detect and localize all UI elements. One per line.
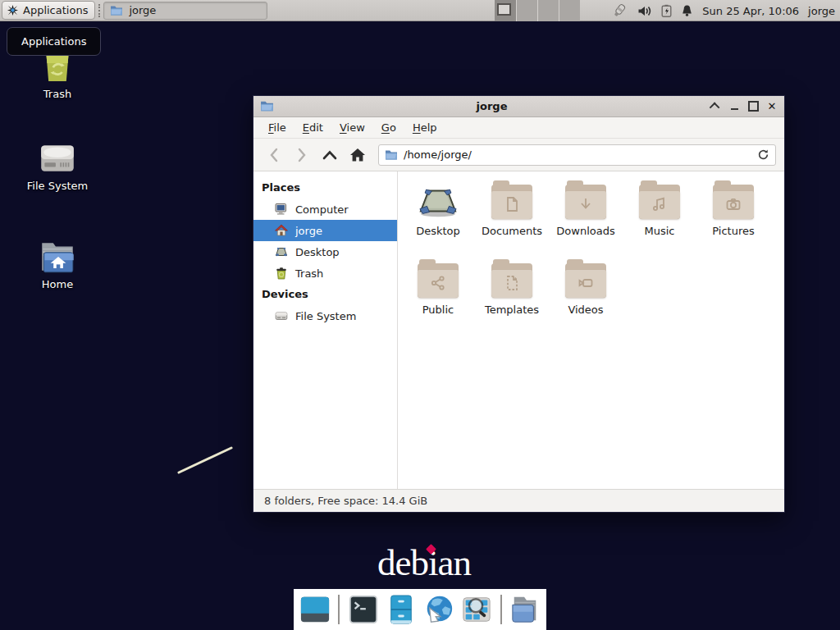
trash-icon: [275, 267, 288, 280]
sidebar-item-file-system[interactable]: File System: [253, 305, 397, 326]
grid-item-music[interactable]: Music: [623, 183, 696, 262]
home-icon: [275, 224, 288, 237]
grid-item-pictures[interactable]: Pictures: [696, 183, 770, 262]
sidebar-item-label: Trash: [295, 267, 323, 280]
location-path: /home/jorge/: [404, 148, 472, 161]
debian-wallpaper-wordmark: debian: [371, 541, 477, 581]
grid-item-public[interactable]: Public: [401, 262, 475, 340]
sidebar-item-desktop[interactable]: Desktop: [253, 241, 397, 262]
grid-item-downloads[interactable]: Downloads: [549, 183, 623, 262]
desktop-icon-home[interactable]: Home: [18, 240, 97, 290]
maximize-button[interactable]: [747, 101, 759, 112]
grid-item-label: Pictures: [712, 225, 754, 237]
desktop-trapezoid-icon: [418, 185, 459, 219]
folder-icon: [491, 263, 532, 298]
application-finder-launcher[interactable]: [461, 593, 493, 626]
terminal-launcher[interactable]: [347, 593, 379, 626]
window-titlebar[interactable]: jorge ✕: [253, 96, 784, 117]
toolbar: /home/jorge/: [253, 139, 784, 171]
grid-item-label: Music: [645, 225, 675, 237]
share-emblem-icon: [428, 273, 448, 293]
camera-emblem-icon: [724, 194, 743, 214]
desktop-icon-file-system[interactable]: File System: [18, 141, 97, 192]
folder-icon: [565, 185, 606, 219]
file-manager-window: jorge ✕ File Edit View Go Help: [253, 95, 785, 513]
menu-go[interactable]: Go: [373, 119, 404, 136]
menu-help[interactable]: Help: [404, 119, 445, 136]
bottom-dock: [294, 589, 546, 630]
dock-separator: [338, 595, 340, 624]
workspace-1[interactable]: [495, 0, 516, 21]
workspace-switcher: [495, 0, 580, 21]
template-emblem-icon: [502, 273, 522, 293]
reload-icon[interactable]: [757, 148, 769, 161]
minimize-button[interactable]: [728, 101, 740, 112]
workspace-4[interactable]: [559, 0, 580, 21]
desktop-icon: [275, 245, 288, 258]
workspace-2[interactable]: [516, 0, 537, 21]
grid-item-desktop[interactable]: Desktop: [401, 183, 475, 262]
folder-icon: [565, 263, 606, 298]
volume-icon[interactable]: [637, 5, 652, 17]
menu-file[interactable]: File: [260, 119, 294, 136]
window-title: jorge: [279, 100, 705, 112]
clock[interactable]: Sun 25 Apr, 10:06: [702, 5, 799, 17]
grid-item-label: Videos: [568, 304, 603, 316]
home-button[interactable]: [345, 144, 370, 167]
back-button[interactable]: [262, 144, 286, 167]
up-button[interactable]: [317, 144, 342, 167]
menu-view[interactable]: View: [331, 119, 373, 136]
desktop-icon-label: File System: [27, 180, 88, 192]
session-user-label[interactable]: jorge: [808, 5, 835, 17]
sidebar-item-label: Desktop: [295, 246, 340, 258]
show-desktop-button[interactable]: [299, 593, 331, 626]
sidebar-header-places: Places: [253, 177, 397, 199]
applications-menu-button[interactable]: Applications: [2, 1, 95, 20]
window-controls: ✕: [710, 101, 778, 112]
sidebar-item-label: Computer: [295, 203, 349, 216]
grid-item-label: Public: [422, 304, 454, 316]
taskbar-window-button[interactable]: jorge: [103, 2, 267, 20]
sidebar-item-jorge[interactable]: jorge: [253, 220, 397, 241]
workspace-3[interactable]: [537, 0, 559, 21]
music-note-emblem-icon: [650, 194, 669, 214]
forward-button[interactable]: [290, 144, 314, 167]
statusbar: 8 folders, Free space: 14.4 GiB: [253, 489, 784, 512]
sidebar-header-devices: Devices: [253, 284, 397, 305]
directory-menu-launcher[interactable]: [509, 593, 541, 626]
sidebar: Places Computer jorge Desktop: [253, 171, 398, 489]
window-folder-icon: [260, 100, 274, 112]
hard-drive-icon: [275, 309, 288, 322]
workspace-window-thumb: [497, 3, 511, 16]
grid-item-videos[interactable]: Videos: [549, 262, 623, 340]
wordmark-text: debian: [377, 542, 471, 583]
close-button[interactable]: ✕: [766, 101, 778, 112]
computer-icon: [275, 203, 288, 216]
top-panel: Applications jorge Sun 25 Apr, 10:06 jor…: [0, 0, 840, 21]
desktop-icon-label: Home: [42, 278, 73, 290]
battery-icon[interactable]: [661, 4, 672, 17]
applications-tooltip: Applications: [7, 27, 101, 56]
desktop-icon-label: Trash: [43, 88, 71, 100]
sidebar-item-computer[interactable]: Computer: [253, 199, 397, 220]
menubar: File Edit View Go Help: [253, 117, 784, 139]
location-bar[interactable]: /home/jorge/: [378, 144, 776, 166]
file-manager-launcher[interactable]: [385, 593, 417, 626]
sidebar-item-trash[interactable]: Trash: [253, 262, 397, 284]
folder-icon: [385, 149, 398, 161]
notification-bell-icon[interactable]: [681, 4, 693, 17]
grid-item-documents[interactable]: Documents: [475, 183, 549, 262]
web-browser-launcher[interactable]: [423, 593, 455, 626]
pointing-device-icon[interactable]: [610, 3, 628, 18]
grid-item-label: Desktop: [416, 225, 460, 237]
grid-item-templates[interactable]: Templates: [475, 262, 549, 340]
menu-edit[interactable]: Edit: [294, 119, 331, 136]
hard-drive-icon: [37, 141, 78, 176]
status-text: 8 folders, Free space: 14.4 GiB: [264, 495, 427, 507]
shade-button[interactable]: [710, 101, 721, 112]
panel-handle[interactable]: [98, 4, 101, 17]
download-arrow-emblem-icon: [576, 194, 596, 214]
sidebar-item-label: jorge: [295, 225, 322, 237]
folder-icon: [713, 185, 754, 219]
folder-icon: [491, 185, 532, 219]
